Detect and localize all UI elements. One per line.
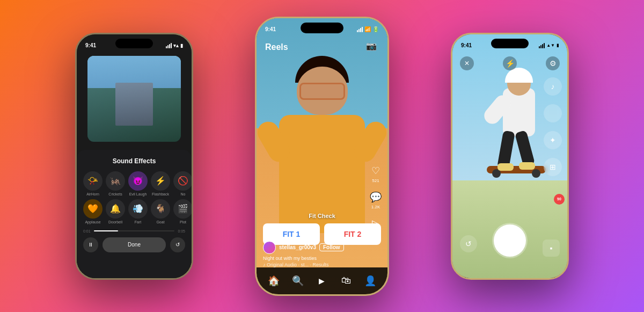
sound-crickets[interactable]: 🦗 Crickets [106, 171, 125, 196]
notch-center [301, 23, 343, 33]
time-start: 0:01 [83, 229, 91, 233]
sound-no[interactable]: 🚫 No [173, 171, 192, 196]
status-icons-right: ▲▼ ▮ [539, 43, 559, 48]
user-row: stellas_gr00v3 Follow [263, 241, 381, 254]
status-icons-left: ▾▴ ▮ [166, 43, 183, 48]
comment-count: 1.2K [371, 205, 380, 209]
speed-button[interactable]: 90 [544, 104, 562, 122]
no-label: No [181, 192, 186, 196]
sound-fart[interactable]: 💨 Fart [128, 199, 148, 224]
reels-header: Reels 📷 [257, 38, 387, 57]
nav-shop[interactable]: 🛍 [338, 273, 354, 289]
speed-badge: 90 [554, 194, 565, 205]
nav-search[interactable]: 🔍 [290, 273, 306, 289]
doorbell-icon: 🔔 [106, 199, 125, 219]
audio-info: ♪ Original Audio · st... · Results [263, 262, 381, 267]
airhorn-label: AirHorn [86, 192, 99, 196]
like-icon[interactable]: ♡ [369, 164, 382, 177]
plot-label: Plot [180, 220, 186, 224]
crickets-label: Crickets [108, 192, 122, 196]
gear-icon: ⚙ [550, 59, 557, 68]
goat-icon: 🐐 [151, 199, 170, 219]
music-group: ♪ [544, 77, 562, 96]
sound-evil-laugh[interactable]: 😈 Evil Laugh [128, 171, 148, 196]
sound-doorbell[interactable]: 🔔 Doorbell [106, 199, 125, 224]
shutter-button[interactable] [494, 224, 526, 257]
time-right: 9:41 [461, 42, 472, 48]
time-left: 9:41 [85, 42, 96, 48]
caption: Night out with my besties [263, 256, 381, 261]
flip-camera-button[interactable]: ↺ [460, 235, 477, 252]
notch-right [491, 39, 529, 48]
follow-button[interactable]: Follow [319, 243, 344, 251]
wifi-icon-center: 📶 [364, 26, 371, 32]
shoe-left [497, 163, 514, 171]
like-count: 521 [372, 178, 379, 183]
refresh-button[interactable]: ↺ [170, 237, 185, 252]
camera-button[interactable]: 📷 [366, 41, 379, 54]
comment-icon[interactable]: 💬 [369, 191, 382, 204]
sound-applause[interactable]: 🧡 Applause [83, 199, 103, 224]
sound-goat[interactable]: 🐐 Goat [151, 199, 170, 224]
music-button[interactable]: ♪ [544, 77, 562, 96]
right-top-bar: ✕ ⚡ ⚙ [452, 54, 567, 73]
progress-container: 0:01 0:05 [83, 229, 185, 233]
nav-home[interactable]: 🏠 [266, 273, 282, 289]
notch-left [115, 39, 153, 48]
right-edit-icons: ♪ 90 ✦ ⊞ [544, 77, 562, 176]
evil-laugh-label: Evil Laugh [129, 192, 147, 196]
glasses [299, 83, 345, 100]
no-icon: 🚫 [173, 171, 192, 191]
time-center: 9:41 [265, 26, 276, 32]
time-end: 0:05 [178, 229, 185, 233]
flip-icon: ↺ [465, 240, 472, 248]
flashback-icon: ⚡ [151, 171, 170, 191]
right-bottom-icons: ▪ [543, 240, 560, 257]
wifi-icon-left: ▾▴ [173, 43, 179, 48]
status-icons-center: 📶 🔋 [357, 26, 379, 32]
effects-button[interactable]: ✦ [544, 131, 562, 149]
grid-icon: ⊞ [550, 163, 556, 171]
evil-laugh-icon: 😈 [128, 171, 148, 191]
nav-reels[interactable]: ▶ [314, 273, 330, 289]
overlay [87, 56, 181, 142]
wifi-icon-right: ▲▼ [546, 43, 555, 48]
layout-button[interactable]: ⊞ [544, 158, 562, 176]
sound-flashback[interactable]: ⚡ Flashback [151, 171, 170, 196]
plot-icon: 🎬 [173, 199, 192, 219]
sparkle-icon: ✦ [550, 136, 556, 144]
flashback-label: Flashback [152, 192, 169, 196]
settings-button[interactable]: ⚙ [546, 56, 560, 70]
fart-icon: 💨 [128, 199, 148, 219]
flash-button[interactable]: ⚡ [503, 56, 517, 70]
goat-label: Goat [156, 220, 164, 224]
phone-right: 9:41 ▲▼ ▮ ✕ ⚡ ⚙ [451, 33, 569, 280]
signal-icon-right [539, 43, 545, 48]
airhorn-icon: 📯 [83, 171, 103, 191]
center-screen: 9:41 📶 🔋 Reels 📷 ♡ 521 [257, 18, 387, 294]
sound-airhorn[interactable]: 📯 AirHorn [83, 171, 103, 196]
like-group: ♡ 521 [369, 164, 382, 183]
sound-plot[interactable]: 🎬 Plot [173, 199, 192, 224]
close-button[interactable]: ✕ [460, 56, 474, 70]
done-button[interactable]: Done [103, 237, 166, 252]
play-button[interactable]: ⏸ [83, 237, 98, 252]
signal-icon-left [166, 43, 172, 48]
skater-head [507, 72, 531, 96]
phone-left: 9:41 ▾▴ ▮ Sound Effects [75, 33, 193, 280]
nav-profile[interactable]: 👤 [362, 273, 378, 289]
gallery-icon: ▪ [550, 244, 553, 252]
signal-icon-center [357, 27, 363, 32]
flash-icon: ⚡ [506, 59, 515, 68]
wheel-back [532, 169, 540, 178]
doorbell-label: Doorbell [108, 220, 122, 224]
gallery-button[interactable]: ▪ [543, 240, 560, 257]
music-icon: ♪ [551, 82, 555, 91]
applause-icon: 🧡 [83, 199, 103, 219]
speed-group: 90 [544, 104, 562, 122]
username[interactable]: stellas_gr00v3 [279, 244, 316, 250]
phone-center: 9:41 📶 🔋 Reels 📷 ♡ 521 [255, 17, 389, 296]
progress-fill [94, 230, 118, 231]
progress-track[interactable] [94, 230, 175, 231]
skateboard [487, 166, 546, 173]
